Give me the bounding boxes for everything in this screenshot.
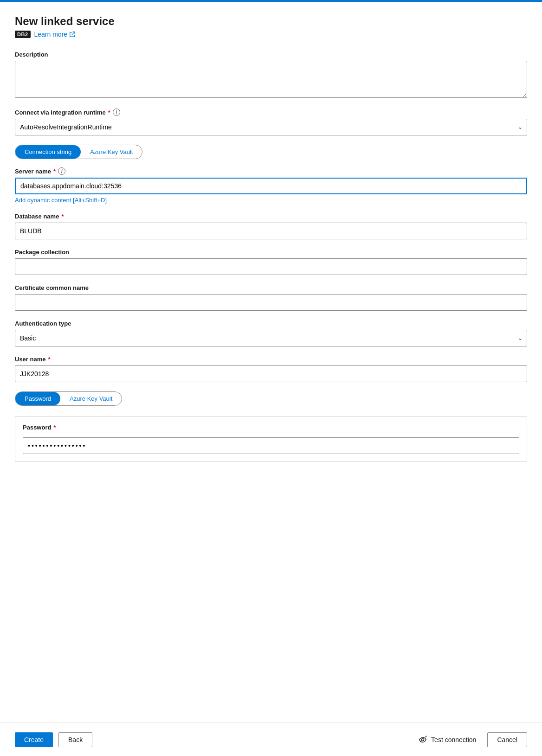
server-name-input[interactable]: databases.appdomain.cloud:32536 xyxy=(15,178,527,194)
back-button[interactable]: Back xyxy=(58,732,92,747)
user-name-group: User name * JJK20128 xyxy=(15,356,527,382)
cancel-button[interactable]: Cancel xyxy=(487,732,527,747)
svg-line-1 xyxy=(426,736,426,737)
main-content: New linked service DB2 Learn more Descri… xyxy=(0,2,542,723)
user-name-required: * xyxy=(48,356,50,363)
package-collection-label: Package collection xyxy=(15,249,527,256)
connect-runtime-group: Connect via integration runtime * i Auto… xyxy=(15,109,527,135)
test-connection-button[interactable]: Test connection xyxy=(413,731,482,748)
learn-more-text: Learn more xyxy=(34,31,68,38)
password-azure-key-vault-tab[interactable]: Azure Key Vault xyxy=(60,392,122,405)
package-collection-input[interactable] xyxy=(15,258,527,275)
auth-type-group: Authentication type Basic Windows Anonym… xyxy=(15,320,527,346)
azure-key-vault-tab[interactable]: Azure Key Vault xyxy=(81,145,142,159)
description-label: Description xyxy=(15,51,527,58)
package-collection-group: Package collection xyxy=(15,249,527,275)
auth-type-select[interactable]: Basic Windows Anonymous xyxy=(15,330,527,346)
database-name-input[interactable]: BLUDB xyxy=(15,223,527,239)
password-tab[interactable]: Password xyxy=(15,392,60,405)
connect-runtime-label: Connect via integration runtime * i xyxy=(15,109,527,116)
password-input[interactable] xyxy=(23,437,519,454)
test-connection-icon xyxy=(418,735,427,744)
subtitle-row: DB2 Learn more xyxy=(15,31,527,38)
cert-common-name-input[interactable] xyxy=(15,294,527,311)
password-label: Password * xyxy=(23,424,519,431)
page-title: New linked service xyxy=(15,15,527,28)
auth-type-label: Authentication type xyxy=(15,320,527,327)
database-name-required: * xyxy=(61,213,64,220)
svg-point-0 xyxy=(422,738,424,741)
server-name-required: * xyxy=(53,168,56,175)
connect-runtime-required: * xyxy=(108,109,110,116)
learn-more-link[interactable]: Learn more xyxy=(34,31,76,38)
create-button[interactable]: Create xyxy=(15,732,53,747)
server-name-label: Server name * i xyxy=(15,167,527,175)
cert-common-name-label: Certificate common name xyxy=(15,284,527,291)
dynamic-content-link[interactable]: Add dynamic content [Alt+Shift+D] xyxy=(15,197,107,204)
database-name-group: Database name * BLUDB xyxy=(15,213,527,239)
database-name-label: Database name * xyxy=(15,213,527,220)
external-link-icon xyxy=(69,31,76,38)
connect-runtime-select-wrapper: AutoResolveIntegrationRuntime ⌄ xyxy=(15,119,527,135)
db2-badge: DB2 xyxy=(15,31,31,38)
auth-type-select-wrapper: Basic Windows Anonymous ⌄ xyxy=(15,330,527,346)
connection-string-toggle-group: Connection string Azure Key Vault xyxy=(15,145,142,159)
footer-bar: Create Back Test connection Cancel xyxy=(0,723,542,756)
description-textarea[interactable] xyxy=(15,61,527,98)
user-name-label: User name * xyxy=(15,356,527,363)
server-name-info-icon[interactable]: i xyxy=(58,167,65,175)
connect-runtime-select[interactable]: AutoResolveIntegrationRuntime xyxy=(15,119,527,135)
connection-string-tab[interactable]: Connection string xyxy=(15,145,81,159)
server-name-group: Server name * i databases.appdomain.clou… xyxy=(15,167,527,204)
description-group: Description xyxy=(15,51,527,99)
cert-common-name-group: Certificate common name xyxy=(15,284,527,311)
connect-runtime-info-icon[interactable]: i xyxy=(113,109,120,116)
password-section: Password * xyxy=(15,416,527,462)
test-connection-label: Test connection xyxy=(431,736,476,743)
password-toggle-group: Password Azure Key Vault xyxy=(15,391,122,406)
user-name-input[interactable]: JJK20128 xyxy=(15,365,527,382)
password-required: * xyxy=(53,424,56,431)
